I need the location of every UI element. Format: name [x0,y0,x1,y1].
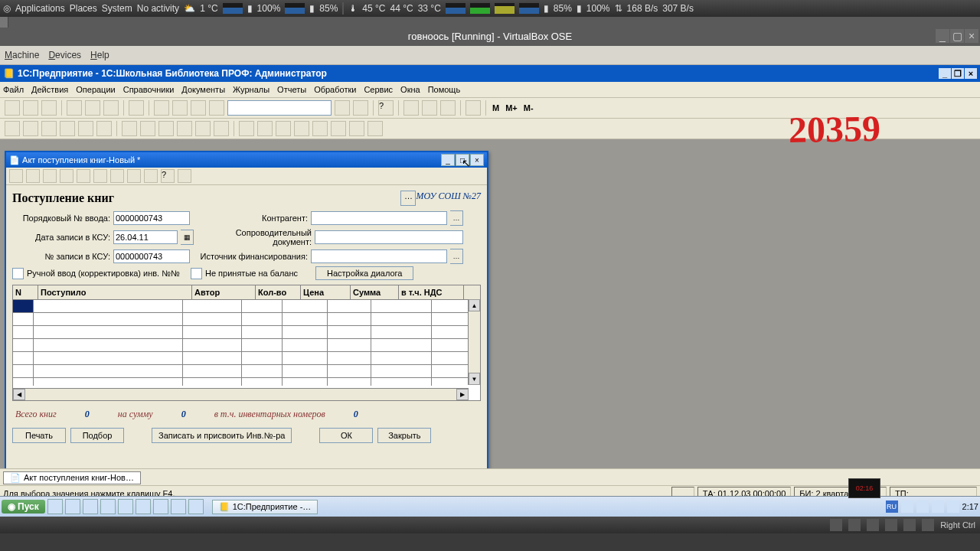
ql-opera-icon[interactable] [171,499,186,514]
ql-user-icon[interactable] [188,499,204,514]
mdi-tb-9[interactable] [144,169,158,183]
table-row[interactable] [13,326,480,339]
tb-mminus-button[interactable]: M- [522,103,535,112]
onec-menu-help[interactable]: Помощь [428,85,461,94]
tb-cut-icon[interactable] [67,100,82,116]
onec-menu-windows[interactable]: Окна [400,85,420,94]
onec-restore-button[interactable]: ❐ [952,68,964,79]
tb2-19[interactable] [349,121,364,136]
onec-menu-operations[interactable]: Операции [76,85,115,94]
col-n[interactable]: N [13,285,38,299]
tb2-20[interactable] [368,121,383,136]
ql-shield-icon[interactable] [153,499,168,514]
ist-select-button[interactable]: … [450,249,463,264]
tb-find-field[interactable] [227,100,332,116]
onec-menu-actions[interactable]: Действия [31,85,68,94]
tb-book-icon[interactable] [466,100,481,116]
col-qty[interactable]: Кол-во [256,285,301,299]
vb-mouse-icon[interactable] [922,519,934,531]
tb2-9[interactable] [158,121,174,136]
table-row[interactable] [13,365,480,378]
mdi-tb-3[interactable] [43,169,57,183]
tb-findnext-icon[interactable] [335,100,350,116]
mdi-tb-help[interactable]: ? [161,169,175,183]
tb2-16[interactable] [294,121,309,136]
tb2-4[interactable] [60,121,75,136]
mdi-tb-4[interactable] [60,169,74,183]
onec-menu-processing[interactable]: Обработки [314,85,356,94]
tray-icon-2[interactable] [916,500,929,513]
date-picker-button[interactable]: ▦ [181,230,194,245]
tb2-3[interactable] [41,121,57,136]
onec-menu-file[interactable]: Файл [3,85,24,94]
input-ist[interactable] [311,249,447,263]
tray-icon-3[interactable] [932,500,944,513]
mdi-close-button[interactable]: × [470,154,484,166]
tb-save-icon[interactable] [41,100,57,116]
mdi-tab-akt[interactable]: 📄 Акт поступления книг-Нов… [3,471,141,484]
school-select-button[interactable]: … [400,191,416,206]
vb-menu-machine[interactable]: Machine [5,50,39,60]
onec-menu-reports[interactable]: Отчеты [277,85,306,94]
ql-explorer-icon[interactable] [65,499,80,514]
mdi-tb-5[interactable] [77,169,90,183]
col-nds[interactable]: в т.ч. НДС [399,285,464,299]
onec-menu-journals[interactable]: Журналы [233,85,270,94]
menu-applications[interactable]: Applications [15,3,65,14]
vb-cd-icon[interactable] [848,519,861,531]
checkbox-manual[interactable] [12,268,24,279]
tb2-10[interactable] [177,121,192,136]
tray-icon-1[interactable] [901,500,913,513]
ql-ie-icon[interactable] [47,499,63,514]
mdi-tb-2[interactable] [26,169,40,183]
tb2-5[interactable] [78,121,93,136]
col-author[interactable]: Автор [192,285,256,299]
close-button[interactable]: Закрыть [377,428,431,443]
tb-copy-icon[interactable] [85,100,100,116]
kontragent-select-button[interactable]: … [450,210,463,226]
items-table[interactable]: N Поступило Автор Кол-во Цена Сумма в т.… [12,285,481,401]
ql-save-icon[interactable] [83,499,98,514]
vb-maximize-button[interactable]: ▢ [950,29,964,43]
col-price[interactable]: Цена [301,285,351,299]
tb2-11[interactable] [195,121,211,136]
vb-net-icon[interactable] [867,519,879,531]
col-postupilo[interactable]: Поступило [38,285,192,299]
onec-menu-docs[interactable]: Документы [181,85,225,94]
tb-open-icon[interactable] [23,100,38,116]
tb-calendar-icon[interactable] [422,100,437,116]
tb-new-icon[interactable] [5,100,20,116]
tb-print-icon[interactable] [129,100,144,116]
vb-shared-icon[interactable] [903,519,916,531]
tb2-12[interactable] [214,121,229,136]
tb2-8[interactable] [140,121,155,136]
tb2-18[interactable] [331,121,346,136]
tb2-2[interactable] [23,121,38,136]
tb-calc-icon[interactable] [403,100,419,116]
table-row[interactable] [13,313,480,326]
onec-menu-refs[interactable]: Справочники [123,85,175,94]
tb2-1[interactable] [5,121,20,136]
tb2-14[interactable] [257,121,273,136]
table-row[interactable] [13,339,480,352]
tb-graph-icon[interactable] [440,100,456,116]
tb-redo-icon[interactable] [172,100,188,116]
table-hscroll[interactable]: ◀▶ [13,388,469,400]
checkbox-notaccepted[interactable] [191,268,202,279]
tb2-7[interactable] [122,121,137,136]
table-row[interactable] [13,378,480,386]
tray-clock[interactable]: 2:17 [962,502,978,511]
input-poryad[interactable] [113,211,190,225]
vb-close-button[interactable]: × [965,29,978,43]
tb-m-button[interactable]: M [491,103,501,112]
pick-button[interactable]: Подбор [70,428,124,443]
mdi-tb-pointer[interactable] [178,169,191,183]
input-nksm[interactable] [113,249,190,263]
tb2-15[interactable] [276,121,291,136]
vb-minimize-button[interactable]: _ [936,29,949,43]
tb-paste-icon[interactable] [103,100,119,116]
tb-mplus-button[interactable]: M+ [504,103,519,112]
ql-play-icon[interactable] [136,499,151,514]
tray-lang[interactable]: RU [886,500,898,513]
onec-minimize-button[interactable]: _ [939,68,951,79]
